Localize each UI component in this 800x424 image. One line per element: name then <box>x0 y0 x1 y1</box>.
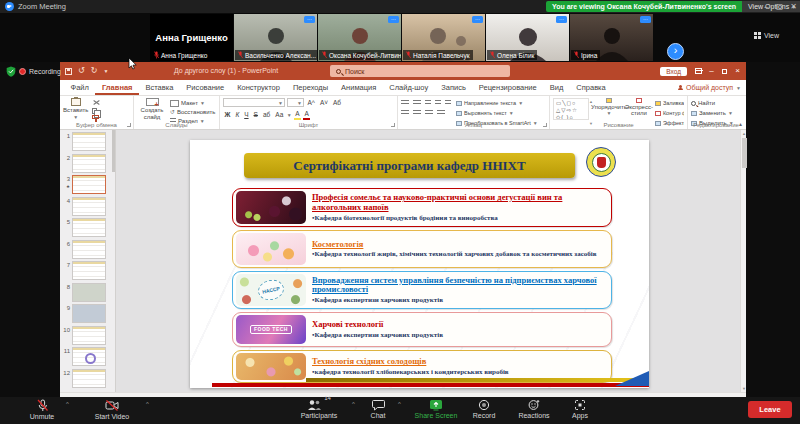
tab-animations[interactable]: Анимация <box>335 80 383 95</box>
tab-file[interactable]: Файл <box>64 80 95 95</box>
bold-button[interactable]: Ж <box>223 110 232 119</box>
char-spacing-button[interactable]: аб <box>261 110 271 119</box>
sign-in-button[interactable]: Вход <box>660 67 687 76</box>
video-tile[interactable]: Васильченко Алексан... <box>234 14 317 61</box>
chat-button[interactable]: Chat <box>358 399 398 419</box>
tab-slideshow[interactable]: Слайд-шоу <box>383 80 435 95</box>
find-button[interactable]: Найти <box>691 99 741 107</box>
program-box[interactable]: НАССР Впровадження систем управління без… <box>232 271 612 309</box>
new-slide-button[interactable]: Создать слайд <box>137 98 167 120</box>
text-direction-button[interactable]: Направление текста▼ <box>456 99 538 107</box>
font-color-button[interactable]: А <box>303 109 310 120</box>
qat-customize-icon[interactable]: ▼ <box>103 68 108 74</box>
increase-indent-button[interactable] <box>435 100 441 106</box>
shapes-gallery[interactable]: ▭╲◻○△▽⇨☆◇( )⌂ <box>553 98 589 120</box>
ribbon-display-options-icon[interactable] <box>692 62 705 80</box>
ppt-minimize-button[interactable]: – <box>705 62 718 80</box>
scroll-down-icon[interactable]: ▼ <box>741 386 747 391</box>
video-tile[interactable]: Олена Білик <box>486 14 569 61</box>
tile-menu-icon[interactable] <box>556 16 567 23</box>
redo-icon[interactable]: ↻ <box>91 67 98 75</box>
gallery-view-button[interactable]: View <box>754 32 779 39</box>
dialog-launcher-icon[interactable] <box>543 123 547 127</box>
layout-button[interactable]: Макет▼ <box>170 99 215 107</box>
leave-button[interactable]: Leave <box>748 401 792 418</box>
save-icon[interactable] <box>65 68 72 75</box>
start-video-button[interactable]: Start Video <box>82 399 142 420</box>
university-logo[interactable] <box>586 147 616 177</box>
slide-thumbnail[interactable]: 6 <box>60 240 115 259</box>
thumbnail-scrollbar[interactable] <box>112 130 115 172</box>
italic-button[interactable]: К <box>234 110 241 119</box>
slide-scrollbar[interactable]: ▲ ▼ <box>740 130 746 392</box>
unmute-options-chevron[interactable]: ^ <box>66 401 69 407</box>
tile-menu-icon[interactable] <box>472 16 483 23</box>
cut-icon[interactable] <box>92 99 100 106</box>
font-size-select[interactable]: ▼ <box>287 98 304 107</box>
slide-thumbnail[interactable]: 12 <box>60 369 115 388</box>
maximize-button[interactable]: ▢ <box>776 0 784 13</box>
slide-thumbnail[interactable]: 1 <box>60 132 115 151</box>
reset-button[interactable]: ↺Восстановить <box>170 108 215 116</box>
program-box[interactable]: FOOD TECH Харчові технології •Кафедра ек… <box>232 312 612 347</box>
change-case-button[interactable]: Аа <box>274 110 285 119</box>
slide[interactable]: Сертифікатні програми кафедр ННІХТ Профе… <box>190 140 649 388</box>
record-button[interactable]: Record <box>462 399 506 419</box>
tab-review[interactable]: Рецензирование <box>472 80 543 95</box>
tab-help[interactable]: Справка <box>570 80 612 95</box>
unmute-button[interactable]: Unmute <box>16 399 68 420</box>
slide-thumbnail[interactable]: 9 <box>60 304 115 323</box>
align-right-button[interactable] <box>425 110 433 116</box>
paste-button[interactable]: Вставить ▼ <box>63 98 88 120</box>
shrink-font-button[interactable]: А˅ <box>318 98 329 107</box>
slide-thumbnail-selected[interactable]: 3★ <box>60 175 115 194</box>
close-button[interactable]: ✕ <box>790 0 797 13</box>
scroll-up-icon[interactable]: ▲ <box>741 131 747 136</box>
reactions-button[interactable]: Reactions <box>508 399 560 419</box>
copy-icon[interactable] <box>92 108 97 114</box>
strikethrough-button[interactable]: S <box>252 110 259 119</box>
replace-button[interactable]: Заменить▼ <box>691 109 741 117</box>
align-text-button[interactable]: Выровнять текст▼ <box>456 109 538 117</box>
participants-button[interactable]: 14 Participants <box>288 399 350 419</box>
slide-thumbnail[interactable]: 5 <box>60 218 115 237</box>
slide-thumbnail[interactable]: 10 <box>60 326 115 345</box>
shape-fill-button[interactable]: Заливка фигуры <box>655 99 684 107</box>
search-box[interactable]: Поиск <box>330 65 510 77</box>
scrollbar-thumb[interactable] <box>742 138 747 168</box>
collapse-ribbon-icon[interactable]: ▲ <box>738 121 743 127</box>
share-screen-button[interactable]: Share Screen <box>406 399 466 419</box>
slide-title-banner[interactable]: Сертифікатні програми кафедр ННІХТ <box>244 153 575 178</box>
format-painter-icon[interactable] <box>92 115 99 119</box>
slide-thumbnail[interactable]: 7 <box>60 261 115 280</box>
undo-icon[interactable]: ↺ <box>78 67 85 75</box>
tile-menu-icon[interactable] <box>388 16 399 23</box>
tab-draw[interactable]: Рисование <box>180 80 231 95</box>
tab-view[interactable]: Вид <box>543 80 570 95</box>
minimize-button[interactable]: – <box>764 0 768 13</box>
video-tile[interactable]: Ірина <box>570 14 653 61</box>
share-button[interactable]: Общий доступ ▼ <box>678 80 741 95</box>
program-box[interactable]: Професія сомельє та науково-практичні ос… <box>232 188 612 227</box>
slide-thumbnail[interactable]: 2 <box>60 154 115 173</box>
security-shield-icon[interactable] <box>6 66 16 77</box>
shape-outline-button[interactable]: Контур фигуры <box>655 109 684 117</box>
apps-button[interactable]: Apps <box>560 399 600 419</box>
tab-home[interactable]: Главная <box>95 80 139 95</box>
dialog-launcher-icon[interactable] <box>127 123 131 127</box>
ppt-restore-button[interactable] <box>718 62 731 80</box>
justify-button[interactable] <box>437 110 445 116</box>
slide-thumbnail[interactable]: 4 <box>60 197 115 216</box>
tab-design[interactable]: Конструктор <box>231 80 287 95</box>
align-center-button[interactable] <box>413 110 421 116</box>
bullets-button[interactable] <box>401 100 409 106</box>
chat-options-chevron[interactable]: ^ <box>398 401 401 407</box>
tab-record[interactable]: Запись <box>435 80 473 95</box>
participants-options-chevron[interactable]: ^ <box>352 401 355 407</box>
align-left-button[interactable] <box>401 110 409 116</box>
tile-menu-icon[interactable] <box>304 16 315 23</box>
font-name-select[interactable]: ▼ <box>223 98 285 107</box>
next-participants-button[interactable]: › <box>667 43 684 60</box>
grow-font-button[interactable]: А^ <box>306 98 316 107</box>
tab-insert[interactable]: Вставка <box>139 80 180 95</box>
